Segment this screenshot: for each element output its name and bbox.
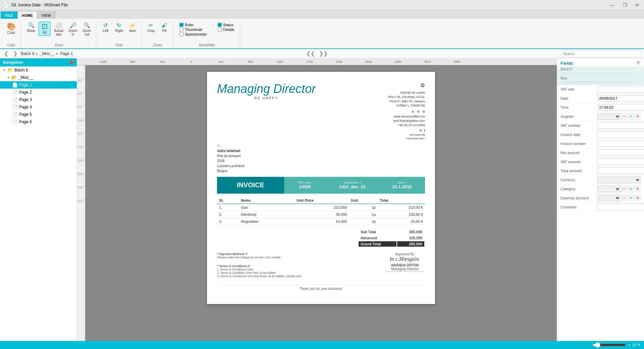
vertical-ruler: 440 600 880 1040 1320 1760 2200 2640 308… [77,58,85,349]
field-row: Invoice date▾📅 [557,130,644,139]
fields-expand-icon[interactable]: ⇱ [637,60,641,66]
field-edit-btn-3[interactable]: ✏ [621,113,627,119]
zoom-slider[interactable] [592,342,626,348]
field-row: Total amount [557,166,644,176]
ruler-tick-1320: 1320 [77,132,85,146]
crop-icon: ✂ [149,23,153,28]
breadcrumb-page[interactable]: Page 1 [60,51,73,56]
field-input-0[interactable] [597,86,644,93]
tree-item-folder[interactable]: ▼ 📂 _Misc__ [0,74,77,81]
maximize-button[interactable]: ❐ [621,2,629,8]
tree-item-page4[interactable]: 📄 Page 4 [0,103,77,111]
field-select-3[interactable] [597,113,621,120]
field-add-btn-12[interactable]: + [628,195,634,201]
color-button[interactable]: 🎨 Color [5,21,18,36]
thumbnail-checkbox[interactable] [179,28,183,32]
pager-prev-button[interactable]: ❮❮ [305,50,316,57]
fill-button[interactable]: 🖌 Fill [158,21,170,34]
search-input[interactable] [561,50,641,57]
subtotal-value: 380,00€ [397,229,424,235]
field-date-input-5[interactable] [597,131,644,138]
grand-total-row: Grand Total 280,00€ [359,241,424,247]
close-button[interactable]: ✕ [633,2,641,8]
tab-home[interactable]: HOME [17,11,37,19]
field-add-btn-11[interactable]: + [628,186,634,192]
field-input-2[interactable] [597,104,644,111]
actual-size-button[interactable]: ⬜ Actual size [52,21,65,38]
rotate-left-button[interactable]: ↺ Left [100,21,112,34]
field-select-10[interactable] [597,177,641,183]
tab-file[interactable]: FILE [1,11,17,19]
field-add-btn-3[interactable]: + [628,113,634,119]
field-row: Invoice number [557,139,644,148]
fit-button[interactable]: ⊡ Fit [39,21,51,36]
field-input-9[interactable] [597,167,644,174]
field-delete-btn-11[interactable]: ✕ [635,186,641,192]
status-checkbox-item[interactable]: Status [218,23,234,27]
rotate-right-button[interactable]: ↻ Right [113,21,125,34]
field-select-11[interactable] [597,186,621,192]
field-label: VAT amount [560,160,597,164]
field-input-6[interactable] [597,140,644,147]
tree-item-page3[interactable]: 📄 Page 3 [0,96,77,103]
zoom-out-button[interactable]: 🔍 Zoom out [80,21,93,38]
breadcrumb-bar: ❮ ❯ Batch 6 ▶ _Misc__ ▶ Page 1 ❮❮ ❯❯ [0,49,644,58]
details-checkbox-item[interactable]: Details [218,28,234,32]
ruler-tick-0 [77,65,85,79]
field-row: Net amount [557,148,644,157]
auto-button[interactable]: ⚡ Auto [126,21,139,34]
field-input-4[interactable] [597,122,644,129]
zoom-out-icon: 🔍 [84,23,90,28]
tree-item-batch[interactable]: ▼ 📁 Batch 6 [0,66,77,74]
totals-section: Sub Total 380,00€ Advanced 100,00€ Grand… [217,229,425,247]
breadcrumb-folder[interactable]: _Misc__ [40,51,55,56]
show-button[interactable]: 🔍 Show [25,21,37,34]
field-select-12[interactable] [597,195,621,201]
breadcrumb: Batch 6 ▶ _Misc__ ▶ Page 1 [21,51,73,56]
table-cell: Electricity [239,211,294,218]
page1-icon: 📄 [12,82,18,88]
thumbnail-label: Thumbnail [185,28,202,32]
nav-forward-button[interactable]: ❯ [12,50,19,57]
nav-pin-icon[interactable]: 📌 [68,60,74,65]
breadcrumb-batch[interactable]: Batch 6 [21,51,35,56]
field-delete-btn-12[interactable]: ✕ [635,195,641,201]
field-input-8[interactable] [597,158,644,165]
zoom-minus-button[interactable]: − [588,343,590,347]
grand-total-value: 280,00€ [397,241,424,247]
speedometer-checkbox[interactable] [179,32,183,36]
field-edit-btn-11[interactable]: ✏ [621,186,627,192]
tree-item-page5[interactable]: 📄 Page 5 [0,111,77,118]
canvas-area[interactable]: -1320 -880 -440 0 440 880 1320 1760 2200… [85,58,557,349]
field-input-13[interactable] [597,204,644,210]
nav-back-button[interactable]: ❮ [3,50,10,57]
table-row: 3.Regulation14,0001p20,00 € [217,218,425,225]
tree-item-page6[interactable]: 📄 Page 6 [0,118,77,126]
field-edit-btn-12[interactable]: ✏ [621,195,627,201]
status-checkbox[interactable] [218,23,222,27]
thumbnail-checkbox-item[interactable]: Thumbnail [179,28,207,32]
page2-icon: 📄 [12,90,18,95]
zoom-in-button[interactable]: 🔎 Zoom in [67,21,79,38]
crop-button[interactable]: ✂ Crop [145,21,157,34]
minimize-button[interactable]: — [608,2,617,8]
th-items: Items [239,197,294,204]
zoom-plus-button[interactable]: + [628,343,630,347]
pager-next-button[interactable]: ❯❯ [318,50,329,57]
zones-group-label: Zones [153,43,162,47]
field-input-7[interactable] [597,149,644,156]
invoice-no-label: Invoice No. // [339,181,366,184]
tree-item-page1[interactable]: 📄 Page 1 [0,81,77,89]
ruler-checkbox-item[interactable]: Ruler [179,23,207,27]
field-date-input-1[interactable] [597,95,644,102]
tab-view[interactable]: VIEW [37,11,55,19]
speedometer-checkbox-item[interactable]: Speedometer [179,32,207,36]
ruler-checkbox[interactable] [179,23,183,27]
tree-item-page2[interactable]: 📄 Page 2 [0,89,77,96]
details-checkbox[interactable] [218,28,222,32]
table-cell: 14,000 [294,218,349,225]
ruler-tick-600: 600 [77,92,85,105]
fields-batch-bar: Batch 6 ────────────────────────────── [557,67,644,76]
field-delete-btn-3[interactable]: ✕ [635,113,641,119]
field-row: Category✏+✕ [557,185,644,194]
